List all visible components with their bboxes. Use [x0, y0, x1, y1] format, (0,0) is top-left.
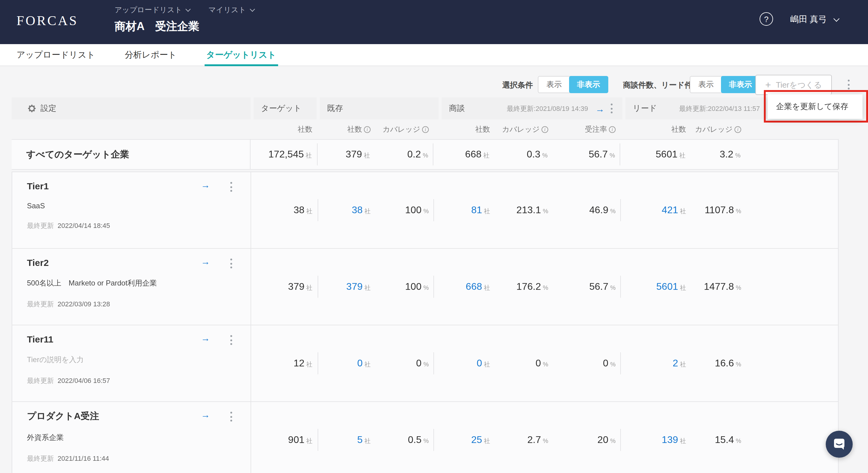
show-button[interactable]: 表示	[538, 77, 570, 92]
cell-leads-count[interactable]: 139社	[625, 435, 686, 445]
group-header-target: ターゲット	[254, 97, 317, 119]
summary-row-all-targets: すべてのターゲット企業 172,545社 379社 0.2% 668社 0.3%…	[12, 139, 839, 170]
tier-card[interactable]: Tier11 Tierの説明を入力 最終更新2022/04/06 16:57 →	[12, 325, 251, 401]
tier-last-updated: 最終更新2022/03/09 13:28	[27, 300, 251, 309]
cell-leads-coverage: 1477.8%	[686, 281, 741, 292]
user-menu[interactable]: 嶋田 真弓	[790, 14, 839, 25]
tier-description[interactable]: 外資系企業	[27, 433, 251, 443]
arrow-right-icon[interactable]: →	[201, 179, 210, 190]
cell-leads-coverage: 1107.8%	[686, 205, 741, 216]
tab-target-list[interactable]: ターゲットリスト	[206, 44, 276, 66]
info-icon[interactable]: i	[541, 126, 548, 132]
tab-analysis-report[interactable]: 分析レポート	[125, 44, 177, 66]
arrow-right-icon[interactable]: →	[595, 103, 604, 114]
cell-deals-count[interactable]: 668社	[439, 281, 490, 292]
forcas-logo: FORCAS	[17, 13, 78, 29]
col-win-rate: 受注率i	[548, 124, 616, 135]
cell-win-rate: 0%	[548, 358, 616, 369]
app-root: FORCAS アップロードリスト マイリスト 商材A 受注企業 ? 嶋田 真弓 …	[0, 0, 868, 473]
cell-target-count: 38社	[251, 205, 312, 216]
tier-last-updated: 最終更新2021/11/16 11:44	[27, 454, 251, 463]
chevron-down-icon	[186, 7, 191, 12]
tier-kebab-menu[interactable]	[228, 409, 235, 424]
plus-icon: +	[765, 80, 771, 90]
tier-kebab-menu[interactable]	[228, 256, 235, 271]
cell-deals-count[interactable]: 25社	[439, 435, 490, 445]
cell-win-rate: 46.9%	[548, 205, 616, 216]
col-target-count: 社数	[251, 124, 312, 135]
group-header-deals: 商談 最終更新:2021/08/19 14:39 →	[442, 97, 622, 119]
cell-target-count: 12社	[251, 358, 312, 369]
tier-kebab-menu[interactable]	[228, 333, 235, 347]
tier-card[interactable]: Tier1 SaaS 最終更新2022/04/14 18:45 →	[12, 172, 251, 248]
cell-leads-count: 5601社	[625, 149, 685, 160]
cell-deals-count[interactable]: 81社	[439, 205, 490, 216]
cell-existing-coverage: 100%	[371, 281, 429, 292]
chevron-down-icon	[833, 16, 839, 22]
help-icon[interactable]: ?	[760, 12, 773, 26]
chat-launcher-button[interactable]	[826, 431, 853, 458]
tier-card[interactable]: プロダクトA受注 外資系企業 最終更新2021/11/16 11:44 →	[12, 402, 251, 473]
cell-deals-count: 668社	[438, 149, 490, 160]
selection-conditions-label: 選択条件	[502, 80, 533, 91]
cell-win-rate: 56.7%	[548, 281, 616, 292]
info-icon[interactable]: i	[735, 126, 741, 132]
cell-existing-count[interactable]: 0社	[323, 358, 371, 369]
tier-description[interactable]: 500名以上 Marketo or Pardot利用企業	[27, 278, 251, 289]
show-button[interactable]: 表示	[690, 77, 722, 92]
arrow-right-icon[interactable]: →	[201, 409, 210, 420]
chevron-down-icon	[250, 7, 255, 12]
col-leads-coverage: カバレッジi	[686, 124, 741, 135]
chat-bubble-icon	[832, 437, 846, 451]
deals-last-updated: 最終更新:2021/08/19 14:39	[507, 104, 588, 113]
group-header-row: 設定 ターゲット 既存 商談 最終更新:2021/08/19 14:39 → リ…	[12, 97, 839, 119]
cell-leads-coverage: 16.6%	[686, 358, 741, 369]
user-name: 嶋田 真弓	[790, 14, 827, 25]
info-icon[interactable]: i	[422, 126, 429, 132]
sub-header-row: 社数 社数i カバレッジi 社数 カバレッジi 受注率i 社数 カバレッジi	[12, 119, 839, 139]
cell-deals-coverage: 213.1%	[490, 205, 548, 216]
tier-name: Tier2	[27, 257, 251, 268]
gear-icon	[28, 104, 36, 113]
nav-upload-list-dropdown[interactable]: アップロードリスト	[115, 5, 190, 15]
tier-name: Tier1	[27, 181, 251, 191]
hide-button-active[interactable]: 非表示	[569, 76, 608, 93]
arrow-right-icon[interactable]: →	[201, 333, 210, 343]
group-header-existing: 既存	[320, 97, 439, 119]
nav-my-list-dropdown[interactable]: マイリスト	[209, 5, 254, 15]
cell-leads-count[interactable]: 5601社	[625, 281, 686, 292]
info-icon[interactable]: i	[364, 126, 371, 132]
cell-deals-coverage: 0%	[490, 358, 548, 369]
col-deals-count: 社数	[439, 124, 490, 135]
deals-kebab-menu[interactable]	[608, 101, 615, 116]
tier-kebab-menu[interactable]	[228, 179, 235, 194]
tier-name: Tier11	[27, 334, 251, 344]
list-actions-kebab-menu[interactable]	[845, 77, 852, 92]
settings-header[interactable]: 設定	[12, 97, 251, 119]
page-title: 商材A 受注企業	[115, 19, 199, 34]
cell-deals-coverage: 0.3%	[490, 149, 548, 160]
tier-card[interactable]: Tier2 500名以上 Marketo or Pardot利用企業 最終更新2…	[12, 249, 251, 325]
cell-existing-coverage: 100%	[371, 205, 429, 216]
cell-existing-count[interactable]: 5社	[323, 435, 371, 445]
selection-visibility-toggle: 表示 非表示	[538, 76, 608, 93]
cell-win-rate: 20%	[548, 435, 616, 445]
annotation-highlight-box: 企業を更新して保存	[764, 90, 868, 122]
info-icon[interactable]: i	[609, 126, 616, 132]
menu-item-update-companies[interactable]: 企業を更新して保存	[768, 94, 863, 119]
table-row-tier11: Tier11 Tierの説明を入力 最終更新2022/04/06 16:57 →…	[12, 325, 839, 402]
tier-description-placeholder[interactable]: Tierの説明を入力	[27, 355, 251, 365]
tier-last-updated: 最終更新2022/04/06 16:57	[27, 376, 251, 385]
leads-last-updated: 最終更新:2022/04/13 11:57	[679, 104, 760, 113]
arrow-right-icon[interactable]: →	[201, 256, 210, 267]
tab-upload-list[interactable]: アップロードリスト	[17, 44, 95, 66]
table-row-tier1: Tier1 SaaS 最終更新2022/04/14 18:45 → 38社 38…	[12, 172, 839, 249]
cell-deals-count[interactable]: 0社	[439, 358, 490, 369]
tier-description[interactable]: SaaS	[27, 202, 251, 210]
target-list-table: 設定 ターゲット 既存 商談 最終更新:2021/08/19 14:39 → リ…	[12, 97, 839, 473]
cell-existing-count[interactable]: 379社	[323, 281, 371, 292]
cell-leads-count[interactable]: 2社	[625, 358, 686, 369]
cell-leads-count[interactable]: 421社	[625, 205, 686, 216]
hide-button-active[interactable]: 非表示	[721, 76, 760, 93]
cell-existing-count[interactable]: 38社	[323, 205, 371, 216]
